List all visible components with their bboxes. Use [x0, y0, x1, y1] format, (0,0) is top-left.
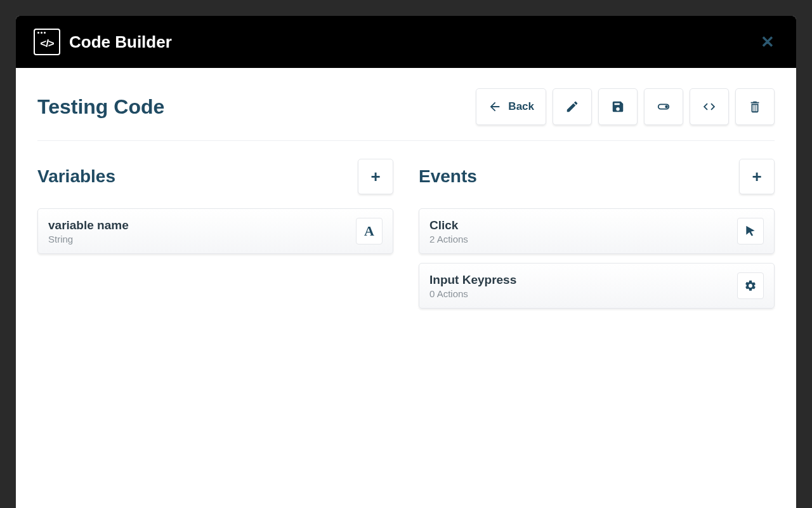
string-type-icon: A	[356, 218, 383, 244]
back-button[interactable]: Back	[476, 88, 546, 125]
variables-column: Variables + variable name String A	[37, 159, 393, 318]
event-name: Input Keypress	[429, 273, 516, 287]
toggle-button[interactable]	[644, 88, 683, 125]
app-logo-icon: </>	[34, 29, 60, 55]
code-builder-modal: </> Code Builder ✕ Testing Code Back	[16, 16, 796, 508]
event-card-texts: Click 2 Actions	[429, 218, 468, 244]
header-left: </> Code Builder	[34, 29, 172, 55]
app-title: Code Builder	[69, 32, 172, 52]
modal-body: Testing Code Back	[16, 68, 796, 508]
close-icon[interactable]: ✕	[757, 32, 778, 52]
add-event-button[interactable]: +	[739, 159, 775, 194]
columns: Variables + variable name String A Event…	[37, 159, 775, 318]
code-icon	[702, 100, 716, 114]
page-title: Testing Code	[37, 95, 164, 119]
code-view-button[interactable]	[690, 88, 729, 125]
variable-card-texts: variable name String	[48, 218, 129, 244]
event-action-count: 0 Actions	[429, 288, 516, 299]
page-top: Testing Code Back	[37, 88, 775, 125]
save-button[interactable]	[598, 88, 638, 125]
edit-button[interactable]	[553, 88, 592, 125]
gear-icon	[737, 272, 764, 299]
trash-icon	[748, 100, 762, 114]
modal-header: </> Code Builder ✕	[16, 16, 796, 68]
plus-icon: +	[370, 167, 380, 187]
add-variable-button[interactable]: +	[358, 159, 393, 194]
event-card[interactable]: Click 2 Actions	[419, 208, 775, 254]
toggle-icon	[657, 100, 671, 114]
events-heading: Events	[419, 166, 477, 187]
delete-button[interactable]	[735, 88, 775, 125]
events-column: Events + Click 2 Actions	[419, 159, 775, 318]
plus-icon: +	[752, 167, 761, 187]
variable-card[interactable]: variable name String A	[37, 208, 393, 254]
divider	[37, 140, 775, 141]
variables-heading: Variables	[37, 166, 115, 187]
save-icon	[611, 100, 625, 114]
toolbar: Back	[476, 88, 775, 125]
event-card-texts: Input Keypress 0 Actions	[429, 273, 516, 299]
back-button-label: Back	[508, 100, 534, 113]
variables-header: Variables +	[37, 159, 393, 194]
event-action-count: 2 Actions	[429, 234, 468, 244]
event-name: Click	[429, 218, 468, 232]
events-header: Events +	[419, 159, 775, 194]
variable-name: variable name	[48, 218, 129, 232]
variable-type: String	[48, 234, 129, 244]
arrow-left-icon	[488, 100, 502, 114]
event-card[interactable]: Input Keypress 0 Actions	[419, 263, 775, 309]
cursor-icon	[737, 218, 764, 244]
edit-icon	[565, 100, 579, 114]
